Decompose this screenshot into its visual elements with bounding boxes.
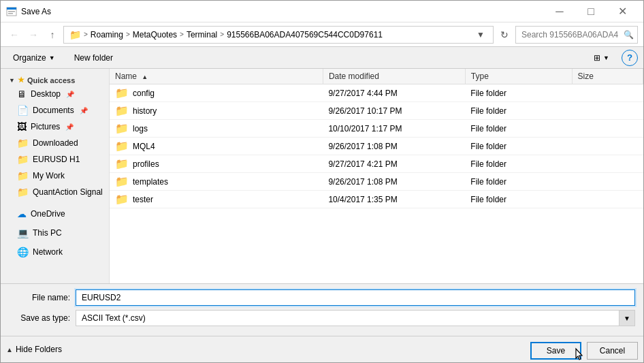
sidebar-item-this-pc[interactable]: 💻 This PC [1, 225, 109, 241]
mywork-folder-icon: 📁 [17, 170, 29, 181]
sidebar-item-documents[interactable]: 📄 Documents 📌 [1, 102, 109, 119]
hide-folders-label: Hide Folders [16, 345, 62, 354]
file-date-1: 9/26/2017 10:17 PM [323, 102, 465, 120]
path-segment-metaquotes[interactable]: MetaQuotes [133, 30, 177, 40]
this-pc-icon: 💻 [17, 227, 29, 238]
search-wrapper: 🔍 [515, 26, 638, 44]
file-name-5: templates [133, 177, 168, 187]
eurusd-folder-icon: 📁 [17, 154, 29, 165]
quick-access-star-icon: ★ [18, 76, 25, 84]
folder-icon-1: 📁 [115, 104, 129, 117]
hide-folders-toggle[interactable]: ▲ Hide Folders [6, 345, 62, 354]
path-segment-roaming[interactable]: Roaming [91, 30, 123, 40]
help-button[interactable]: ? [622, 50, 638, 66]
filename-row: File name: [9, 289, 635, 306]
savetype-wrapper: ASCII Text (*.csv) ▼ [76, 310, 635, 326]
view-toggle-button[interactable]: ⊞ ▼ [587, 50, 616, 66]
table-row[interactable]: 📁 logs 10/10/2017 1:17 PM File folder [110, 120, 643, 138]
organize-dropdown-icon: ▼ [49, 54, 55, 61]
col-header-date[interactable]: Date modified [323, 69, 465, 84]
file-size-4 [572, 155, 643, 173]
sidebar-item-my-work[interactable]: 📁 My Work [1, 168, 109, 184]
table-row[interactable]: 📁 templates 9/26/2017 1:08 PM File folde… [110, 173, 643, 191]
up-button[interactable]: ↑ [44, 27, 61, 43]
forward-button[interactable]: → [25, 27, 42, 43]
back-button[interactable]: ← [6, 27, 22, 43]
table-row[interactable]: 📁 config 9/27/2017 4:44 PM File folder [110, 84, 643, 102]
save-as-dialog: Save As ─ □ ✕ ← → ↑ 📁 > Roaming > MetaQu… [0, 0, 644, 363]
file-size-3 [572, 138, 643, 155]
folder-icon-4: 📁 [115, 157, 129, 170]
col-header-size[interactable]: Size [572, 69, 643, 84]
table-row[interactable]: 📁 profiles 9/27/2017 4:21 PM File folder [110, 155, 643, 173]
sidebar-item-quantaction[interactable]: 📁 QuantAction Signal [1, 184, 109, 200]
save-button[interactable]: Save [530, 342, 581, 360]
dialog-icon [6, 6, 17, 17]
sidebar-item-downloaded[interactable]: 📁 Downloaded [1, 135, 109, 151]
file-name-1: history [133, 106, 157, 116]
search-input[interactable] [515, 26, 638, 44]
table-row[interactable]: 📁 history 9/26/2017 10:17 PM File folder [110, 102, 643, 120]
path-sep-4: > [220, 31, 224, 38]
sidebar-item-pictures[interactable]: 🖼 Pictures 📌 [1, 119, 109, 135]
sidebar-item-onedrive[interactable]: ☁ OneDrive [1, 206, 109, 222]
file-area: Name ▲ Date modified Type Size [110, 69, 643, 283]
col-header-type[interactable]: Type [465, 69, 572, 84]
savetype-select[interactable]: ASCII Text (*.csv) [76, 310, 635, 326]
sidebar-item-eurusd[interactable]: 📁 EURUSD H1 [1, 151, 109, 168]
path-segment-hash[interactable]: 915566BA06ADA407569C544CC0D97611 [227, 30, 383, 40]
file-type-2: File folder [465, 120, 572, 138]
sidebar-item-desktop[interactable]: 🖥 Desktop 📌 [1, 86, 109, 102]
table-header-row: Name ▲ Date modified Type Size [110, 69, 643, 84]
cursor-indicator [575, 347, 585, 361]
table-row[interactable]: 📁 tester 10/4/2017 1:35 PM File folder [110, 191, 643, 208]
file-type-6: File folder [465, 191, 572, 208]
path-sep-2: > [126, 31, 130, 38]
search-icon: 🔍 [624, 30, 634, 40]
sidebar-group-quick-access[interactable]: ▼ ★ Quick access [1, 72, 109, 86]
footer-row: ▲ Hide Folders Save Cancel [1, 336, 643, 362]
refresh-button[interactable]: ↻ [496, 27, 513, 43]
organize-button[interactable]: Organize ▼ [6, 50, 62, 66]
title-bar-controls: ─ □ ✕ [544, 1, 638, 22]
network-icon: 🌐 [17, 247, 29, 257]
folder-icon-5: 📁 [115, 175, 129, 188]
file-size-2 [572, 120, 643, 138]
file-size-0 [572, 84, 643, 102]
col-header-name[interactable]: Name ▲ [110, 69, 323, 84]
folder-icon-0: 📁 [115, 86, 129, 99]
folder-icon-2: 📁 [115, 122, 129, 135]
folder-icon-6: 📁 [115, 193, 129, 206]
file-name-4: profiles [133, 159, 159, 169]
action-buttons: Save Cancel [530, 342, 638, 360]
minimize-button[interactable]: ─ [544, 1, 575, 22]
path-segment-terminal[interactable]: Terminal [187, 30, 217, 40]
view-options: ⊞ ▼ [587, 50, 616, 66]
maximize-button[interactable]: □ [575, 1, 607, 22]
address-path[interactable]: 📁 > Roaming > MetaQuotes > Terminal > 91… [63, 26, 494, 44]
svg-marker-4 [576, 349, 582, 360]
file-type-1: File folder [465, 102, 572, 120]
svg-rect-2 [8, 11, 15, 12]
file-name-3: MQL4 [133, 142, 155, 151]
title-bar: Save As ─ □ ✕ [1, 1, 643, 22]
new-folder-button[interactable]: New folder [67, 50, 120, 66]
table-row[interactable]: 📁 MQL4 9/26/2017 1:08 PM File folder [110, 138, 643, 155]
address-bar: ← → ↑ 📁 > Roaming > MetaQuotes > Termina… [1, 22, 643, 47]
path-dropdown-arrow[interactable]: ▼ [474, 28, 487, 42]
file-type-0: File folder [465, 84, 572, 102]
sidebar-item-network[interactable]: 🌐 Network [1, 244, 109, 260]
file-table-body: 📁 config 9/27/2017 4:44 PM File folder 📁… [110, 84, 643, 208]
cancel-button[interactable]: Cancel [587, 342, 638, 360]
close-button[interactable]: ✕ [607, 1, 638, 22]
pictures-icon: 🖼 [17, 121, 27, 132]
downloaded-folder-icon: 📁 [17, 138, 29, 148]
file-type-4: File folder [465, 155, 572, 173]
filename-input[interactable] [76, 289, 635, 306]
svg-rect-1 [7, 7, 16, 10]
file-date-0: 9/27/2017 4:44 PM [323, 84, 465, 102]
view-dropdown-icon: ▼ [603, 54, 609, 61]
file-date-2: 10/10/2017 1:17 PM [323, 120, 465, 138]
view-icon: ⊞ [594, 53, 600, 63]
file-name-6: tester [133, 195, 153, 204]
